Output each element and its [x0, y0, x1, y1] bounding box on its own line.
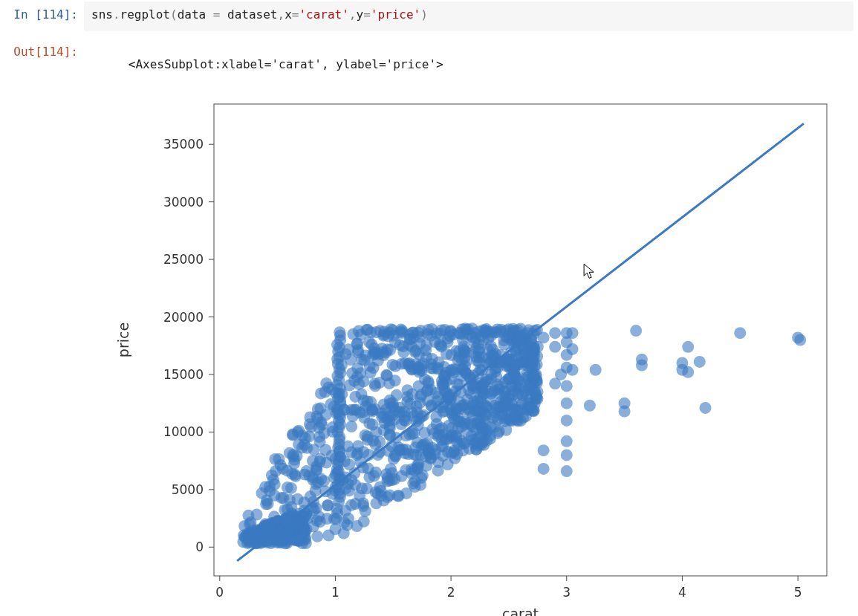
svg-point-702	[478, 389, 490, 401]
svg-point-886	[268, 490, 280, 502]
in-label: In [114]:	[13, 7, 78, 22]
svg-point-503	[310, 484, 322, 496]
svg-text:20000: 20000	[163, 310, 204, 325]
svg-text:3: 3	[562, 585, 571, 600]
svg-point-1223	[561, 465, 573, 477]
svg-point-1239	[700, 402, 712, 414]
svg-point-513	[338, 528, 350, 539]
svg-text:1: 1	[331, 585, 339, 600]
svg-text:5000: 5000	[172, 482, 204, 497]
svg-point-743	[251, 509, 263, 521]
svg-point-824	[394, 339, 406, 351]
svg-point-767	[409, 481, 420, 493]
svg-point-808	[288, 454, 300, 466]
svg-point-568	[260, 498, 272, 510]
svg-point-842	[432, 456, 444, 468]
svg-text:5: 5	[794, 585, 802, 600]
input-cell: In [114]: sns.regplot(data = dataset,x='…	[0, 0, 858, 37]
svg-point-859	[382, 472, 394, 484]
svg-point-980	[334, 326, 345, 338]
svg-point-1201	[301, 465, 313, 477]
svg-point-858	[439, 372, 451, 383]
svg-point-846	[506, 398, 518, 409]
notebook-root: In [114]: sns.regplot(data = dataset,x='…	[0, 0, 858, 616]
svg-point-1208	[538, 444, 550, 456]
scatter-points	[237, 322, 806, 549]
svg-point-641	[391, 490, 403, 502]
code-line: sns.regplot(data = dataset,x='carat',y='…	[91, 7, 428, 22]
svg-point-689	[409, 346, 421, 358]
svg-point-795	[360, 505, 371, 517]
svg-point-1238	[694, 356, 706, 368]
svg-point-775	[420, 340, 432, 351]
svg-point-1203	[517, 389, 529, 401]
svg-text:10000: 10000	[163, 424, 204, 439]
svg-point-326	[345, 421, 357, 432]
svg-point-862	[399, 447, 411, 459]
svg-point-1225	[567, 343, 579, 355]
svg-point-1221	[561, 435, 573, 447]
svg-point-1231	[630, 325, 642, 337]
svg-point-861	[449, 408, 461, 420]
svg-point-1226	[567, 364, 579, 376]
svg-point-786	[277, 463, 289, 475]
svg-text:4: 4	[678, 585, 686, 600]
svg-point-804	[478, 435, 490, 447]
svg-point-1211	[549, 341, 561, 353]
output-text-area: <AxesSubplot:xlabel='carat', ylabel='pri…	[84, 37, 858, 88]
svg-point-897	[512, 415, 524, 427]
svg-point-1228	[590, 364, 602, 376]
svg-text:0: 0	[195, 539, 204, 554]
svg-point-809	[457, 363, 469, 375]
svg-point-836	[376, 411, 388, 423]
mouse-cursor-icon	[584, 264, 594, 278]
svg-point-874	[401, 395, 413, 407]
svg-point-841	[399, 411, 411, 423]
svg-point-1242	[794, 334, 806, 346]
svg-point-1218	[561, 380, 573, 392]
svg-point-847	[467, 434, 478, 446]
x-axis-label: carat	[502, 606, 539, 616]
svg-point-811	[490, 421, 501, 432]
svg-text:35000: 35000	[163, 137, 204, 152]
svg-text:2: 2	[447, 585, 455, 600]
svg-point-1240	[734, 327, 746, 339]
svg-point-1224	[567, 327, 579, 339]
svg-point-683	[389, 414, 400, 426]
svg-point-866	[502, 373, 514, 385]
svg-point-1227	[584, 400, 596, 412]
svg-point-864	[420, 450, 432, 462]
svg-point-607	[425, 358, 437, 370]
y-axis-label: price	[115, 322, 131, 357]
svg-point-774	[499, 386, 511, 398]
input-prompt: In [114]:	[0, 0, 84, 23]
svg-point-1230	[619, 398, 631, 409]
svg-point-837	[377, 349, 389, 361]
x-ticks: 012345	[215, 576, 802, 600]
svg-text:15000: 15000	[163, 367, 204, 382]
svg-point-894	[451, 345, 463, 357]
output-cell: Out[114]: <AxesSubplot:xlabel='carat', y…	[0, 37, 858, 88]
svg-point-890	[356, 388, 368, 400]
svg-point-1210	[549, 327, 561, 339]
svg-point-555	[435, 340, 446, 351]
svg-point-539	[368, 377, 380, 389]
code-input-area[interactable]: sns.regplot(data = dataset,x='carat',y='…	[84, 1, 854, 31]
svg-point-1189	[297, 534, 309, 546]
svg-point-759	[301, 442, 313, 454]
svg-point-715	[366, 404, 378, 416]
svg-point-816	[287, 428, 299, 440]
regression-line	[237, 123, 804, 561]
svg-point-1236	[682, 366, 694, 378]
svg-point-856	[378, 495, 390, 507]
svg-point-778	[351, 520, 363, 532]
svg-point-708	[374, 481, 386, 493]
svg-point-1209	[538, 463, 550, 475]
svg-point-1219	[561, 398, 573, 409]
svg-text:30000: 30000	[163, 195, 204, 210]
svg-point-1207	[538, 331, 550, 343]
svg-point-875	[313, 510, 325, 522]
svg-point-802	[365, 367, 377, 379]
svg-point-711	[421, 385, 433, 397]
plot-output: 012345 050001000015000200002500030000350…	[84, 88, 858, 616]
